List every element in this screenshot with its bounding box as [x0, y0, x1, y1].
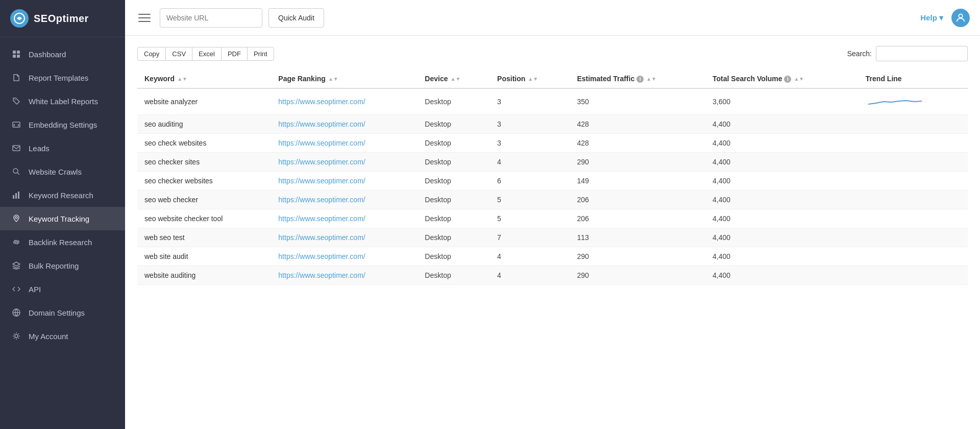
cell-trend: [859, 115, 968, 134]
sidebar-item-leads[interactable]: Leads: [0, 136, 125, 160]
header-row: Keyword▲▼Page Ranking▲▼Device▲▼Position▲…: [137, 69, 968, 88]
nav-label-my-account: My Account: [29, 332, 114, 341]
cell-trend: [859, 209, 968, 228]
cell-page-ranking: https://www.seoptimer.com/: [271, 134, 418, 153]
table-row: seo check websites https://www.seoptimer…: [137, 134, 968, 153]
col-header-estimated-traffic[interactable]: Estimated Traffici▲▼: [570, 69, 705, 88]
export-print-button[interactable]: Print: [247, 47, 274, 61]
sort-icon-total-search-volume: ▲▼: [794, 77, 804, 82]
info-icon-estimated-traffic[interactable]: i: [636, 76, 644, 83]
nav-label-website-crawls: Website Crawls: [29, 168, 114, 176]
export-excel-button[interactable]: Excel: [192, 47, 222, 61]
sort-icon-estimated-traffic: ▲▼: [646, 77, 656, 82]
svg-rect-3: [13, 55, 16, 58]
svg-rect-12: [18, 192, 19, 199]
ranking-link[interactable]: https://www.seoptimer.com/: [278, 233, 365, 242]
svg-rect-10: [13, 195, 14, 199]
export-csv-button[interactable]: CSV: [165, 47, 192, 61]
sidebar-item-bulk-reporting[interactable]: Bulk Reporting: [0, 254, 125, 277]
ranking-link[interactable]: https://www.seoptimer.com/: [278, 271, 365, 279]
sidebar-item-website-crawls[interactable]: Website Crawls: [0, 160, 125, 183]
ranking-link[interactable]: https://www.seoptimer.com/: [278, 196, 365, 204]
main-content: CopyCSVExcelPDFPrint Search: Keyword▲▼Pa…: [125, 36, 980, 429]
nav-label-bulk-reporting: Bulk Reporting: [29, 261, 114, 270]
col-header-total-search-volume[interactable]: Total Search Volumei▲▼: [705, 69, 859, 88]
cell-traffic: 290: [570, 153, 705, 172]
url-input[interactable]: [160, 8, 262, 28]
tag-icon: [11, 96, 21, 106]
table-header: Keyword▲▼Page Ranking▲▼Device▲▼Position▲…: [137, 69, 968, 88]
cell-keyword: website analyzer: [137, 88, 271, 115]
sidebar-item-embedding[interactable]: Embedding Settings: [0, 113, 125, 136]
ranking-link[interactable]: https://www.seoptimer.com/: [278, 252, 365, 260]
ranking-link[interactable]: https://www.seoptimer.com/: [278, 214, 365, 223]
nav-label-embedding: Embedding Settings: [29, 121, 114, 129]
cell-position: 4: [490, 247, 570, 266]
cell-position: 7: [490, 228, 570, 247]
cell-device: Desktop: [418, 88, 490, 115]
cell-volume: 4,400: [705, 172, 859, 190]
col-header-position[interactable]: Position▲▼: [490, 69, 570, 88]
sidebar-item-domain-settings[interactable]: Domain Settings: [0, 301, 125, 324]
svg-point-13: [15, 217, 17, 219]
cell-device: Desktop: [418, 115, 490, 134]
cell-trend: [859, 153, 968, 172]
ranking-link[interactable]: https://www.seoptimer.com/: [278, 177, 365, 185]
layers-icon: [11, 260, 21, 271]
export-copy-button[interactable]: Copy: [137, 47, 166, 61]
cell-page-ranking: https://www.seoptimer.com/: [271, 88, 418, 115]
cell-keyword: seo auditing: [137, 115, 271, 134]
col-header-page-ranking[interactable]: Page Ranking▲▼: [271, 69, 418, 88]
sidebar-item-dashboard[interactable]: Dashboard: [0, 42, 125, 66]
sidebar-item-my-account[interactable]: My Account: [0, 324, 125, 348]
sidebar-nav: Dashboard Report Templates White Label R…: [0, 37, 125, 429]
svg-point-17: [959, 14, 962, 17]
cell-page-ranking: https://www.seoptimer.com/: [271, 266, 418, 285]
user-avatar[interactable]: [951, 9, 970, 27]
ranking-link[interactable]: https://www.seoptimer.com/: [278, 120, 365, 128]
sidebar-item-keyword-tracking[interactable]: Keyword Tracking: [0, 207, 125, 230]
nav-label-keyword-tracking: Keyword Tracking: [29, 214, 114, 223]
svg-point-16: [15, 335, 18, 338]
ranking-link[interactable]: https://www.seoptimer.com/: [278, 98, 365, 106]
cell-keyword: seo website checker tool: [137, 209, 271, 228]
sidebar-item-keyword-research[interactable]: Keyword Research: [0, 183, 125, 207]
sidebar-item-report-templates[interactable]: Report Templates: [0, 66, 125, 89]
sort-icon-device: ▲▼: [451, 77, 461, 82]
cell-keyword: web site audit: [137, 247, 271, 266]
cell-keyword: website auditing: [137, 266, 271, 285]
cell-device: Desktop: [418, 266, 490, 285]
svg-rect-4: [17, 55, 20, 58]
file-icon: [11, 73, 21, 83]
data-table: Keyword▲▼Page Ranking▲▼Device▲▼Position▲…: [137, 69, 968, 285]
table-toolbar: CopyCSVExcelPDFPrint Search:: [137, 46, 968, 61]
table-row: seo website checker tool https://www.seo…: [137, 209, 968, 228]
pin-icon: [11, 213, 21, 224]
cell-position: 5: [490, 190, 570, 209]
table-row: website analyzer https://www.seoptimer.c…: [137, 88, 968, 115]
table-row: seo checker sites https://www.seoptimer.…: [137, 153, 968, 172]
embed-icon: [11, 120, 21, 130]
col-header-device[interactable]: Device▲▼: [418, 69, 490, 88]
sidebar-item-api[interactable]: API: [0, 277, 125, 301]
search-input[interactable]: [876, 46, 968, 61]
menu-toggle-button[interactable]: [135, 9, 154, 27]
svg-rect-1: [13, 51, 16, 54]
help-button[interactable]: Help ▾: [920, 13, 943, 22]
quick-audit-button[interactable]: Quick Audit: [268, 8, 324, 28]
svg-rect-2: [17, 51, 20, 54]
table-row: seo checker websites https://www.seoptim…: [137, 172, 968, 190]
cell-trend: [859, 172, 968, 190]
ranking-link[interactable]: https://www.seoptimer.com/: [278, 139, 365, 147]
cell-device: Desktop: [418, 228, 490, 247]
cell-page-ranking: https://www.seoptimer.com/: [271, 247, 418, 266]
ranking-link[interactable]: https://www.seoptimer.com/: [278, 158, 365, 166]
info-icon-total-search-volume[interactable]: i: [784, 76, 791, 83]
svg-rect-11: [15, 193, 17, 199]
sidebar-item-white-label[interactable]: White Label Reports: [0, 89, 125, 113]
table-row: seo web checker https://www.seoptimer.co…: [137, 190, 968, 209]
export-pdf-button[interactable]: PDF: [221, 47, 248, 61]
nav-label-leads: Leads: [29, 144, 114, 153]
col-header-keyword[interactable]: Keyword▲▼: [137, 69, 271, 88]
sidebar-item-backlink-research[interactable]: Backlink Research: [0, 230, 125, 254]
